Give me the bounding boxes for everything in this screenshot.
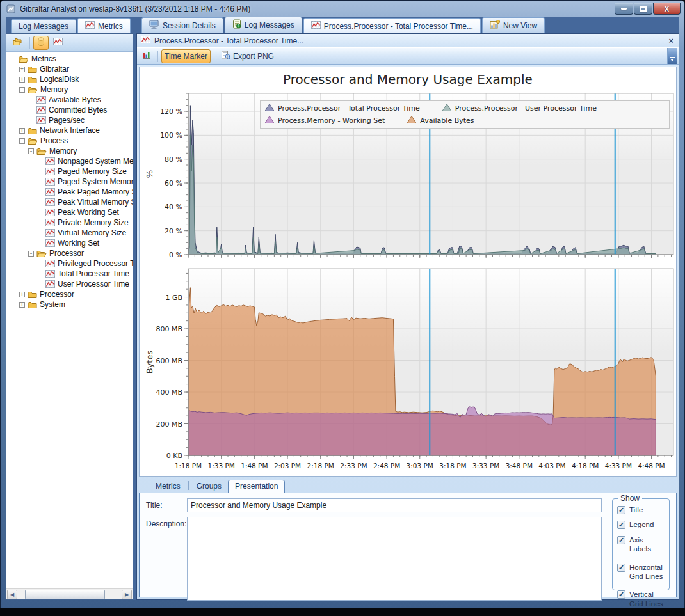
- tree-item-peak-paged-memory-s[interactable]: Peak Paged Memory S: [8, 187, 133, 197]
- toolbar-overflow-button[interactable]: [667, 48, 677, 64]
- checkbox-axis-labels[interactable]: ✓Axis Labels: [617, 535, 665, 554]
- tree-item-user-processor-time[interactable]: User Processor Time: [8, 279, 133, 289]
- collapse-icon[interactable]: -: [28, 251, 34, 257]
- tree-item-label: Working Set: [58, 239, 99, 248]
- sidebar-tab-log-messages[interactable]: Log Messages: [11, 19, 76, 33]
- minimize-icon: [621, 8, 627, 10]
- tree-item-label: Nonpaged System Me: [58, 157, 133, 166]
- checkbox-legend[interactable]: ✓Legend: [617, 520, 665, 529]
- expand-icon[interactable]: +: [19, 302, 25, 308]
- legend-label: Process.Processor - User Processor Time: [455, 104, 597, 113]
- collapse-icon[interactable]: -: [28, 148, 34, 154]
- tree-item-system[interactable]: +System: [8, 299, 133, 310]
- database-cylinder-button[interactable]: [33, 36, 49, 50]
- tree-item-virtual-memory-size[interactable]: Virtual Memory Size: [8, 228, 133, 238]
- memory-bytes-chart[interactable]: 0 KB200 MB400 MB600 MB800 MB1 GB1:18 PM1…: [140, 265, 680, 473]
- scroll-left-icon[interactable]: ◀: [7, 590, 17, 599]
- scrollbar-thumb[interactable]: [25, 590, 105, 599]
- checkbox-icon[interactable]: ✓: [617, 590, 625, 599]
- metrics-tree: Metrics+Gibraltar+LogicalDisk-MemoryAvai…: [6, 52, 133, 588]
- maximize-button[interactable]: [634, 3, 652, 15]
- checkbox-icon[interactable]: ✓: [617, 536, 625, 544]
- tree-item-metrics[interactable]: Metrics: [8, 54, 133, 64]
- tree-horizontal-scrollbar[interactable]: ◀ ▶: [6, 588, 133, 599]
- tree-item-privileged-processor-ti[interactable]: Privileged Processor Ti: [8, 258, 133, 269]
- checkbox-vertical-grid-lines[interactable]: ✓Vertical Grid Lines: [617, 590, 665, 608]
- tree-item-nonpaged-system-me[interactable]: Nonpaged System Me: [8, 156, 133, 166]
- tree-item-logicaldisk[interactable]: +LogicalDisk: [8, 74, 133, 84]
- tree-item-private-memory-size[interactable]: Private Memory Size: [8, 217, 133, 228]
- legend-item: Process.Processor - Total Processor Time: [264, 102, 420, 115]
- minimize-button[interactable]: [615, 3, 633, 15]
- checkbox-icon[interactable]: ✓: [617, 506, 625, 514]
- metric-icon: [36, 96, 46, 104]
- checkbox-icon[interactable]: ✓: [617, 521, 625, 529]
- tree-item-memory[interactable]: -Memory: [8, 84, 133, 95]
- tree-item-peak-working-set[interactable]: Peak Working Set: [8, 207, 133, 217]
- svg-text:1 GB: 1 GB: [165, 294, 182, 302]
- collapse-icon[interactable]: -: [19, 87, 25, 93]
- tree-item-memory[interactable]: -Memory: [8, 146, 133, 156]
- properties-tab-groups[interactable]: Groups: [190, 480, 228, 493]
- scroll-right-icon[interactable]: ▶: [122, 590, 132, 599]
- tab-log-messages[interactable]: ?Log Messages: [225, 17, 302, 33]
- title-bar[interactable]: Gibraltar Analyst on weslap-8v136f1 (3/2…: [1, 1, 684, 17]
- tree-item-process[interactable]: -Process: [8, 136, 133, 146]
- window-title: Gibraltar Analyst on weslap-8v136f1 (3/2…: [20, 4, 250, 13]
- sidebar-toolbar: [6, 34, 133, 52]
- checkbox-label: Axis Labels: [629, 535, 665, 554]
- properties-tab-presentation[interactable]: Presentation: [228, 480, 285, 493]
- tab-session-details[interactable]: Session Details: [141, 17, 223, 33]
- checkbox-label: Legend: [629, 520, 654, 529]
- svg-text:%: %: [145, 170, 154, 178]
- tree-item-total-processor-time[interactable]: Total Processor Time: [8, 269, 133, 279]
- expand-icon[interactable]: +: [19, 128, 25, 134]
- svg-text:2:03 PM: 2:03 PM: [274, 462, 301, 470]
- sidebar-tab-metrics[interactable]: Metrics: [77, 18, 131, 33]
- expand-icon[interactable]: +: [19, 67, 25, 72]
- expand-icon[interactable]: +: [19, 292, 25, 297]
- tree-item-working-set[interactable]: Working Set: [8, 238, 133, 248]
- tree-item-pages-sec[interactable]: Pages/sec: [8, 115, 133, 125]
- export-png-button[interactable]: Export PNG: [218, 49, 277, 63]
- tree-item-paged-memory-size[interactable]: Paged Memory Size: [8, 166, 133, 177]
- checkbox-title[interactable]: ✓Title: [617, 505, 665, 514]
- close-icon[interactable]: ×: [668, 36, 673, 45]
- tree-item-available-bytes[interactable]: Available Bytes: [8, 95, 133, 105]
- tree-item-processor[interactable]: -Processor: [8, 248, 133, 258]
- tab-process-processor-total-processor-time-[interactable]: Process.Processor - Total Processor Time…: [303, 18, 481, 33]
- tree-item-label: Memory: [49, 146, 77, 155]
- tree-item-committed-bytes[interactable]: Committed Bytes: [8, 105, 133, 115]
- title-input[interactable]: [187, 498, 602, 512]
- chart-button[interactable]: [50, 36, 66, 50]
- collapse-icon[interactable]: -: [19, 138, 25, 144]
- tree-item-network-interface[interactable]: +Network Interface: [8, 125, 133, 136]
- svg-text:80 %: 80 %: [165, 155, 182, 164]
- tab-label: Log Messages: [19, 22, 68, 31]
- tree-item-gibraltar[interactable]: +Gibraltar: [8, 64, 133, 74]
- svg-text:40 %: 40 %: [165, 203, 182, 211]
- tab-new-view[interactable]: New View: [482, 17, 545, 33]
- folders-icon: [13, 38, 23, 48]
- svg-text:3:48 PM: 3:48 PM: [506, 462, 533, 470]
- chart-toolbar: Time Marker Export PNG: [137, 47, 679, 65]
- svg-text:2:33 PM: 2:33 PM: [340, 462, 367, 470]
- time-marker-button[interactable]: Time Marker: [161, 49, 211, 63]
- maximize-icon: [640, 6, 647, 12]
- tree-item-processor[interactable]: +Processor: [8, 289, 133, 299]
- properties-tab-metrics[interactable]: Metrics: [149, 480, 187, 493]
- tree-item-peak-virtual-memory-s[interactable]: Peak Virtual Memory S: [8, 197, 133, 207]
- chart-type-button[interactable]: [139, 49, 154, 63]
- tree-item-label: LogicalDisk: [40, 75, 79, 84]
- svg-text:2:18 PM: 2:18 PM: [307, 462, 334, 470]
- folders-button[interactable]: [10, 36, 26, 50]
- svg-text:60 %: 60 %: [165, 179, 182, 187]
- close-button[interactable]: X: [653, 3, 681, 15]
- description-input[interactable]: [187, 517, 602, 601]
- tree-item-label: Process: [40, 136, 68, 145]
- expand-icon[interactable]: +: [19, 77, 25, 83]
- checkbox-icon[interactable]: ✓: [617, 564, 625, 572]
- checkbox-horizontal-grid-lines[interactable]: ✓Horizontal Grid Lines: [617, 563, 665, 581]
- computer-icon: [149, 20, 159, 31]
- tree-item-paged-system-memory[interactable]: Paged System Memory: [8, 177, 133, 187]
